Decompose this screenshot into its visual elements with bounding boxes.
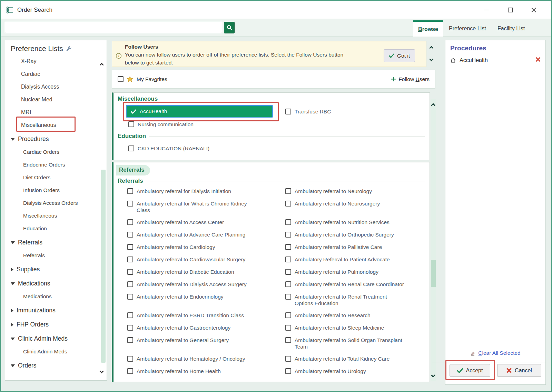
checkbox[interactable] [285, 368, 291, 374]
checkbox[interactable] [127, 257, 133, 262]
checkbox[interactable] [285, 232, 291, 238]
referral-option[interactable]: Ambulatory referral to Renal Care Coordi… [285, 281, 404, 288]
checkbox[interactable] [127, 201, 133, 207]
referral-option[interactable]: Ambulatory referral to Endocrinology [127, 293, 285, 300]
sidebar-group-orders[interactable]: Orders [5, 359, 107, 372]
checkbox[interactable] [285, 219, 291, 225]
sidebar-item-diet-orders[interactable]: Diet Orders [5, 171, 107, 184]
checkbox[interactable] [128, 145, 134, 151]
checkbox[interactable] [285, 188, 291, 194]
sidebar-item-dialysis-access[interactable]: Dialysis Access [5, 80, 107, 93]
referral-option[interactable]: Ambulatory referral to Renal Treatment O… [285, 293, 387, 306]
referral-option[interactable]: Ambulatory referral to Nutrition Service… [285, 219, 390, 225]
sidebar-scroll-up-icon[interactable] [100, 62, 103, 68]
clear-all-selected-link[interactable]: Clear All Selected [445, 350, 545, 356]
sidebar-item-dialysis-access-orders[interactable]: Dialysis Access Orders [5, 197, 107, 209]
checkbox[interactable] [127, 368, 133, 374]
order-nursing-communication[interactable]: Nursing communication [128, 121, 194, 128]
main-scroll-down-icon[interactable] [432, 372, 435, 378]
referral-option[interactable]: Ambulatory referral to Total Kidney Care [285, 355, 390, 362]
follow-users-button[interactable]: Follow Users [391, 76, 430, 82]
checkbox[interactable] [285, 356, 291, 362]
referral-option[interactable]: Ambulatory referral to Neurosurgery [285, 200, 380, 207]
sidebar-group-medications[interactable]: Medications [5, 277, 107, 290]
got-it-button[interactable]: Got it [384, 49, 415, 62]
checkbox[interactable] [285, 257, 291, 262]
sidebar-scroll-down-icon[interactable] [100, 368, 103, 374]
tab-facility-list[interactable]: Facility List [497, 26, 525, 32]
checkbox[interactable] [285, 109, 291, 114]
sidebar-group-immunizations[interactable]: Immunizations [5, 304, 107, 317]
referral-option[interactable]: Ambulatory Referral to Patient Advocate [285, 256, 390, 263]
referral-option[interactable]: Ambulatory referral to ESRD Transition C… [127, 312, 285, 319]
sidebar-item-mri[interactable]: MRI [5, 106, 107, 119]
sidebar-item-x-ray[interactable]: X-Ray [5, 55, 107, 68]
remove-selected-button[interactable] [535, 57, 541, 63]
checkbox[interactable] [285, 244, 291, 250]
sidebar-item-nuclear-med[interactable]: Nuclear Med [5, 93, 107, 106]
referral-option[interactable]: Ambulatory referral to Palliative Care [285, 244, 382, 250]
checkbox[interactable] [285, 325, 291, 331]
checkbox[interactable] [127, 325, 133, 331]
checkbox[interactable] [127, 294, 133, 300]
referral-option[interactable]: Ambulatory referral to Pulmonology [285, 269, 378, 275]
checkbox[interactable] [285, 269, 291, 275]
referral-option[interactable]: Ambulatory referral to Research [285, 312, 371, 319]
checkbox[interactable] [127, 312, 133, 318]
checkbox[interactable] [127, 281, 133, 287]
referral-option[interactable]: Ambulatory referral to Solid Organ Trans… [285, 337, 402, 350]
referral-option[interactable]: Ambulatory referral to Urology [285, 368, 366, 374]
checkbox[interactable] [127, 219, 133, 225]
tab-preference-list[interactable]: Preference List [449, 26, 486, 32]
referral-option[interactable]: Ambulatory referral to Hematology / Onco… [127, 355, 285, 362]
checkbox[interactable] [127, 232, 133, 238]
sidebar-item-cardiac[interactable]: Cardiac [5, 68, 107, 80]
scroll-up-icon[interactable] [430, 45, 433, 51]
my-favorites-checkbox[interactable] [118, 76, 124, 82]
checkbox[interactable] [127, 188, 133, 194]
sidebar-item-clinic-admin-meds[interactable]: Clinic Admin Meds [5, 345, 107, 358]
checkbox[interactable] [127, 337, 133, 343]
sidebar-item-medications[interactable]: Medications [5, 290, 107, 303]
checkbox[interactable] [285, 337, 291, 343]
referral-option[interactable]: Ambulatory referral for Dialysis Initiat… [127, 188, 285, 194]
referral-option[interactable]: Ambulatory referral to Access Center [127, 219, 285, 225]
checkbox[interactable] [127, 356, 133, 362]
search-input[interactable] [5, 22, 222, 33]
referral-option[interactable]: Ambulatory referral to Orthopedic Surger… [285, 231, 394, 238]
scroll-down-icon[interactable] [430, 56, 433, 62]
order-transfuse-rbc[interactable]: Transfuse RBC [285, 108, 331, 115]
accept-button[interactable]: Accept [450, 364, 490, 377]
referral-option[interactable]: Ambulatory referral to Cardiology [127, 244, 285, 250]
sidebar-group-supplies[interactable]: Supplies [5, 263, 107, 276]
sidebar-group-fhp-orders[interactable]: FHP Orders [5, 318, 107, 331]
checkbox[interactable] [285, 281, 291, 287]
order-ckd-education[interactable]: CKD EDUCATION (RAENALI) [128, 145, 209, 152]
sidebar-item-miscellaneous-orders[interactable]: Miscellaneous [5, 209, 107, 222]
referral-option[interactable]: Ambulatory referral to Neurology [285, 188, 372, 194]
sidebar-item-cardiac-orders[interactable]: Cardiac Orders [5, 145, 107, 158]
referral-option[interactable]: Ambulatory referral to Sleep Medicine [285, 324, 384, 331]
maximize-button[interactable] [502, 4, 518, 16]
sidebar-item-miscellaneous[interactable]: Miscellaneous [5, 119, 107, 131]
sidebar-item-education[interactable]: Education [5, 222, 107, 235]
sidebar-group-clinic-admin-meds[interactable]: Clinic Admin Meds [5, 332, 107, 345]
tab-browse[interactable]: Browse [413, 20, 443, 37]
checkbox[interactable] [128, 121, 134, 127]
referral-option[interactable]: Ambulatory referral to Dialysis Access S… [127, 281, 285, 288]
cancel-button[interactable]: Cancel [497, 364, 541, 377]
checkbox[interactable] [285, 312, 291, 318]
checkbox[interactable] [285, 201, 291, 207]
sidebar-item-referrals[interactable]: Referrals [5, 249, 107, 262]
main-scroll-up-icon[interactable] [432, 102, 435, 108]
close-button[interactable] [526, 4, 542, 16]
main-scrollbar-thumb[interactable] [431, 260, 436, 287]
sidebar-scrollbar[interactable] [101, 170, 106, 363]
search-button[interactable] [224, 22, 235, 33]
sidebar-group-procedures[interactable]: Procedures [5, 133, 107, 145]
sidebar-group-referrals[interactable]: Referrals [5, 236, 107, 249]
referral-option[interactable]: Ambulatory referral to Gastroenterology [127, 324, 285, 331]
checkbox[interactable] [127, 269, 133, 275]
order-accuhealth-selected[interactable]: AccuHealth [126, 105, 273, 118]
referral-option[interactable]: Ambulatory referral to Diabetic Educatio… [127, 269, 285, 275]
